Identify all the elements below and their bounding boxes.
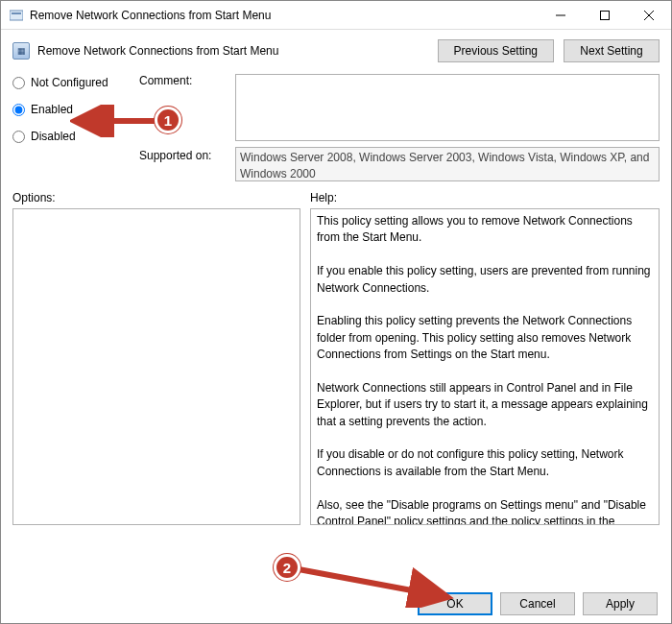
policy-icon: ▦ [12,42,30,60]
radio-not-configured[interactable]: Not Configured [12,74,135,91]
help-panel[interactable]: This policy setting allows you to remove… [310,208,660,525]
panes: Options: Help: This policy setting allow… [1,185,671,525]
options-panel[interactable] [12,208,300,525]
help-label: Help: [310,191,660,204]
radio-disabled-label: Disabled [31,130,76,143]
supported-on-value [235,147,660,181]
maximize-button[interactable] [583,1,627,30]
config-area: Not Configured Enabled Disabled Comment:… [1,68,671,185]
apply-button[interactable]: Apply [583,592,658,615]
supported-on-label: Supported on: [139,147,231,162]
cancel-button[interactable]: Cancel [500,592,575,615]
minimize-button[interactable] [539,1,583,30]
radio-not-configured-input[interactable] [12,77,25,89]
header: ▦ Remove Network Connections from Start … [1,30,671,68]
svg-rect-0 [10,11,23,20]
window-title: Remove Network Connections from Start Me… [30,9,539,22]
svg-rect-1 [12,12,21,14]
radio-not-configured-label: Not Configured [31,76,108,89]
ok-button[interactable]: OK [418,592,492,615]
next-setting-button[interactable]: Next Setting [564,39,660,62]
radio-enabled-input[interactable] [12,104,25,116]
radio-enabled[interactable]: Enabled [12,101,135,118]
radio-disabled-input[interactable] [12,131,25,143]
svg-rect-3 [601,11,610,19]
close-button[interactable] [627,1,671,30]
state-radiogroup: Not Configured Enabled Disabled [12,74,135,155]
radio-enabled-label: Enabled [31,103,73,116]
comment-input[interactable] [235,74,660,141]
footer: OK Cancel Apply [1,592,671,615]
annotation-badge-2: 2 [274,554,300,581]
titlebar: Remove Network Connections from Start Me… [1,1,671,30]
previous-setting-button[interactable]: Previous Setting [438,39,554,62]
radio-disabled[interactable]: Disabled [12,128,135,145]
policy-title: Remove Network Connections from Start Me… [37,44,278,58]
comment-label: Comment: [139,74,231,87]
app-icon [9,8,24,23]
options-label: Options: [12,191,300,204]
